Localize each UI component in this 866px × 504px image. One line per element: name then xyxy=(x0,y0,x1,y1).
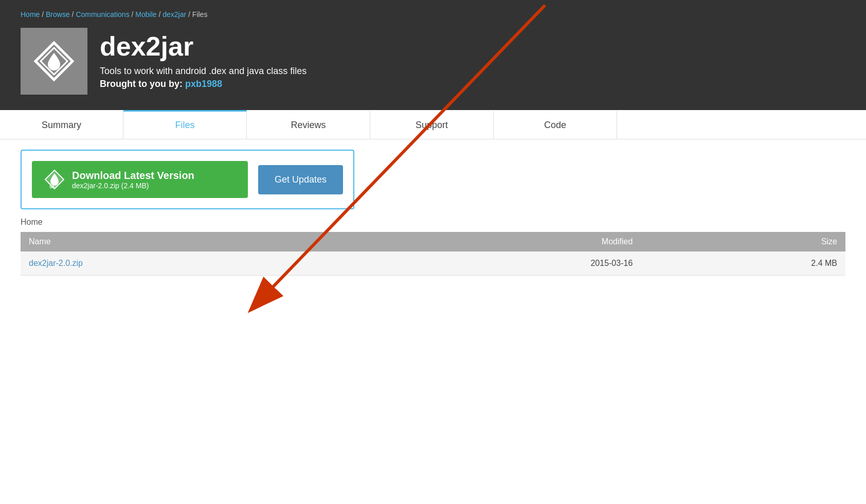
file-name-link[interactable]: dex2jar-2.0.zip xyxy=(29,259,83,267)
tab-support[interactable]: Support xyxy=(370,110,494,139)
download-button-file: dex2jar-2.0.zip (2.4 MB) xyxy=(72,182,149,190)
tab-code[interactable]: Code xyxy=(494,110,617,139)
breadcrumb-dex2jar[interactable]: dex2jar xyxy=(163,10,186,19)
svg-text:SF: SF xyxy=(49,184,56,189)
tab-reviews[interactable]: Reviews xyxy=(247,110,370,139)
project-author-line: Brought to you by: pxb1988 xyxy=(100,79,306,89)
file-size-cell: 2.4 MB xyxy=(641,251,845,276)
project-name: dex2jar xyxy=(100,31,306,62)
content-home-label: Home xyxy=(21,218,845,227)
breadcrumb: Home / Browse / Communications / Mobile … xyxy=(21,10,845,19)
file-modified-cell: 2015-03-16 xyxy=(359,251,641,276)
breadcrumb-browse[interactable]: Browse xyxy=(46,10,70,19)
breadcrumb-current: Files xyxy=(192,10,208,19)
file-table: Name Modified Size dex2jar-2.0.zip 2015-… xyxy=(21,232,845,276)
col-header-name: Name xyxy=(21,232,359,251)
breadcrumb-mobile[interactable]: Mobile xyxy=(135,10,156,19)
download-latest-button[interactable]: SF Download Latest Version dex2jar-2.0.z… xyxy=(32,161,248,198)
main-content: SF Download Latest Version dex2jar-2.0.z… xyxy=(0,139,866,286)
tab-files[interactable]: Files xyxy=(123,110,247,139)
project-text: dex2jar Tools to work with android .dex … xyxy=(100,31,306,92)
get-updates-button[interactable]: Get Updates xyxy=(258,165,343,194)
col-header-size: Size xyxy=(641,232,845,251)
download-section: SF Download Latest Version dex2jar-2.0.z… xyxy=(21,150,354,209)
table-header-row: Name Modified Size xyxy=(21,232,845,251)
table-row: dex2jar-2.0.zip 2015-03-16 2.4 MB xyxy=(21,251,845,276)
file-name-cell: dex2jar-2.0.zip xyxy=(21,251,359,276)
project-description: Tools to work with android .dex and java… xyxy=(100,66,306,77)
breadcrumb-home[interactable]: Home xyxy=(21,10,40,19)
project-logo xyxy=(21,28,87,95)
download-button-title: Download Latest Version xyxy=(72,170,194,182)
breadcrumb-communications[interactable]: Communications xyxy=(76,10,129,19)
tabs-bar: Summary Files Reviews Support Code xyxy=(0,110,866,139)
header: Home / Browse / Communications / Mobile … xyxy=(0,0,866,110)
project-author-link[interactable]: pxb1988 xyxy=(185,79,222,89)
project-info: dex2jar Tools to work with android .dex … xyxy=(21,28,845,95)
col-header-modified: Modified xyxy=(359,232,641,251)
tab-summary[interactable]: Summary xyxy=(0,110,123,139)
